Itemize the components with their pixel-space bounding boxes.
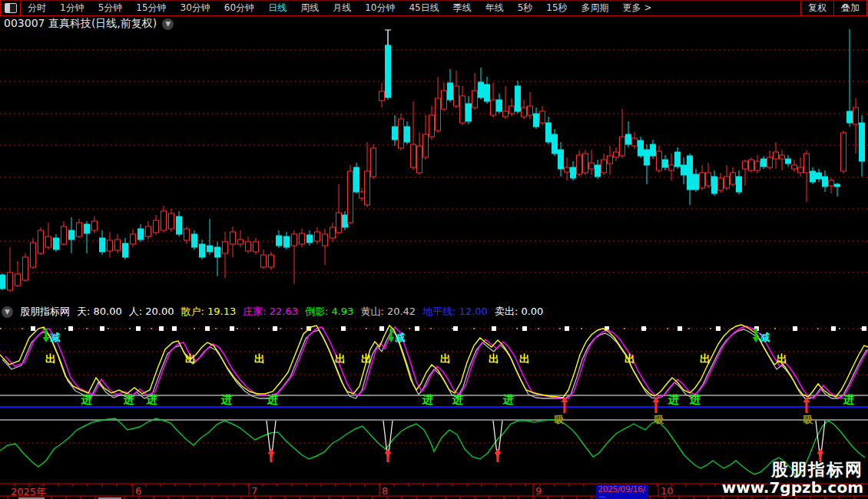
toolbar-right-buttons: 复权叠加多 — [800, 1, 868, 15]
indicator-field-天: 天: 80.00 — [77, 305, 122, 319]
menu-item-年线[interactable]: 年线 — [479, 1, 511, 15]
window-layout-button[interactable] — [0, 1, 21, 15]
svg-text:进: 进 — [843, 393, 854, 405]
blue-line-buy-arrows — [562, 397, 810, 413]
svg-text:减: 减 — [760, 332, 770, 343]
v-spike-signals — [267, 421, 825, 462]
toolbar-button-叠加[interactable]: 叠加 — [833, 1, 866, 15]
period-menu: 分时1分钟5分钟15分钟30分钟60分钟日线周线月线10分钟45日线季线年线5秒… — [21, 1, 658, 15]
svg-text:进: 进 — [123, 393, 134, 405]
watermark-site-name: 股朋指标网 — [722, 461, 863, 479]
menu-item-60分钟[interactable]: 60分钟 — [217, 1, 261, 15]
signal-labels: 出出出出出出出出出出出进进进进进进进进进进进吸吸吸 — [45, 352, 854, 425]
svg-text:进: 进 — [220, 393, 232, 405]
svg-text:出: 出 — [335, 352, 346, 365]
axis-month-10: 10 — [661, 485, 674, 497]
menu-item-5分钟[interactable]: 5分钟 — [91, 1, 130, 15]
svg-text:减: 减 — [395, 332, 406, 343]
oscillator-curves — [0, 325, 868, 398]
svg-text:出: 出 — [624, 352, 635, 365]
menu-item-30分钟[interactable]: 30分钟 — [174, 1, 217, 15]
svg-text:出: 出 — [254, 352, 265, 365]
menu-item-月线[interactable]: 月线 — [326, 1, 358, 15]
reduce-signals: 减减减 — [43, 329, 770, 343]
peak-white-wick — [385, 30, 391, 45]
axis-month-7: 7 — [251, 485, 257, 497]
indicator-field-散户: 散户: 19.13 — [181, 305, 236, 319]
svg-text:进: 进 — [267, 393, 278, 405]
watermark-url: www.7gpzb.com — [722, 479, 863, 496]
svg-text:出: 出 — [361, 352, 372, 365]
stock-title-bar[interactable]: 003007 直真科技(日线,前复权) ▼ — [4, 17, 174, 31]
axis-selected-date[interactable]: 2025/09/16/二 — [596, 484, 648, 499]
menu-item-15秒[interactable]: 15秒 — [539, 1, 574, 15]
indicator-field-人: 人: 20.00 — [129, 305, 174, 319]
indicator-field-倒影: 倒影: 4.93 — [305, 305, 353, 319]
axis-year-label: 2025年 — [11, 485, 46, 499]
svg-text:减: 减 — [50, 332, 61, 343]
indicator-header: ▼ 股朋指标网 天: 80.00人: 20.00散户: 19.13庄家: 22.… — [2, 305, 543, 319]
indicator-field-地平线: 地平线: 12.00 — [422, 305, 488, 319]
candles-layer — [0, 29, 865, 292]
menu-item-多周期[interactable]: 多周期 — [575, 1, 616, 15]
chart-canvas[interactable]: 出出出出出出出出出出出进进进进进进进进进进进吸吸吸减减减 — [0, 0, 868, 499]
svg-text:进: 进 — [146, 393, 157, 405]
svg-text:进: 进 — [452, 393, 463, 405]
svg-text:进: 进 — [668, 393, 679, 405]
svg-text:吸: 吸 — [654, 414, 665, 425]
split-window-icon — [5, 3, 17, 13]
axis-month-8: 8 — [382, 485, 388, 497]
svg-text:出: 出 — [440, 352, 451, 365]
svg-text:吸: 吸 — [555, 414, 565, 425]
menu-item-1分钟[interactable]: 1分钟 — [53, 1, 91, 15]
menu-item-5秒[interactable]: 5秒 — [511, 1, 540, 15]
watermark: 股朋指标网 www.7gpzb.com — [722, 461, 863, 496]
indicator-panel — [0, 329, 868, 443]
indicator-field-黄山: 黄山: 20.42 — [360, 305, 416, 319]
menu-item-15分钟[interactable]: 15分钟 — [129, 1, 173, 15]
menu-item-季线[interactable]: 季线 — [446, 1, 479, 15]
svg-text:进: 进 — [689, 393, 701, 405]
trading-app-window: { "toolbar": { "window_icon": "split-win… — [0, 0, 868, 499]
svg-text:吸: 吸 — [803, 414, 814, 425]
collapse-panel-icon[interactable]: ▼ — [2, 306, 13, 318]
menu-item-周线[interactable]: 周线 — [293, 1, 326, 15]
svg-text:出: 出 — [185, 352, 196, 365]
axis-month-9: 9 — [535, 485, 542, 497]
stock-title: 003007 直真科技(日线,前复权) — [4, 17, 157, 31]
svg-text:出: 出 — [700, 352, 711, 365]
menu-item-更多 >[interactable]: 更多 > — [616, 1, 659, 15]
indicator-site-label: 股朋指标网 — [20, 305, 70, 319]
indicator-values: 天: 80.00人: 20.00散户: 19.13庄家: 22.63倒影: 4.… — [77, 305, 543, 319]
menu-item-10分钟[interactable]: 10分钟 — [358, 1, 402, 15]
chevron-down-icon[interactable]: ▼ — [162, 18, 174, 30]
indicator-field-庄家: 庄家: 22.63 — [243, 305, 298, 319]
toolbar-button-复权[interactable]: 复权 — [800, 1, 833, 15]
svg-text:进: 进 — [81, 393, 92, 405]
svg-text:出: 出 — [777, 352, 787, 365]
svg-text:出: 出 — [489, 352, 499, 365]
svg-text:出: 出 — [519, 352, 530, 365]
axis-month-6: 6 — [135, 485, 141, 497]
svg-text:进: 进 — [502, 393, 514, 405]
menu-item-45日线[interactable]: 45日线 — [402, 1, 446, 15]
svg-text:出: 出 — [45, 352, 56, 365]
menu-item-分时[interactable]: 分时 — [21, 1, 53, 15]
svg-text:进: 进 — [422, 393, 433, 405]
indicator-field-卖出: 卖出: 0.00 — [495, 305, 543, 319]
period-toolbar: 分时1分钟5分钟15分钟30分钟60分钟日线周线月线10分钟45日线季线年线5秒… — [0, 0, 868, 16]
menu-item-日线[interactable]: 日线 — [261, 1, 293, 15]
